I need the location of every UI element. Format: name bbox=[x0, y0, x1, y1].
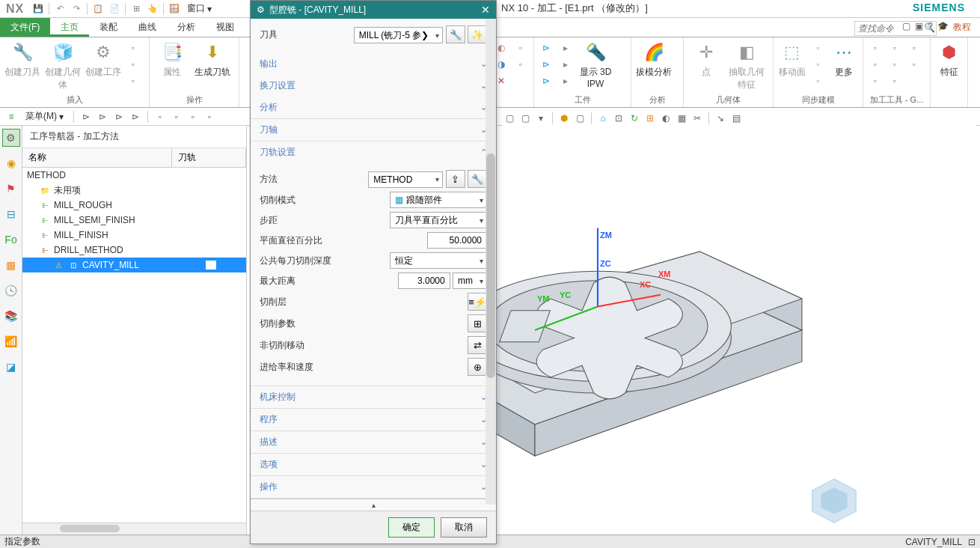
dialog-scrollbar[interactable] bbox=[486, 19, 496, 505]
tool-s4[interactable]: ▫ bbox=[887, 40, 902, 55]
rail-stack-icon[interactable]: ◪ bbox=[2, 358, 20, 376]
tool-s8[interactable]: ▫ bbox=[907, 57, 922, 72]
move-face-button[interactable]: ⬚移动面 bbox=[778, 40, 806, 79]
tool-s2[interactable]: ▫ bbox=[868, 57, 883, 72]
more-button[interactable]: ⋯更多 bbox=[830, 40, 859, 79]
method-select[interactable]: METHOD bbox=[368, 171, 443, 188]
rail-wifi-icon[interactable]: 📶 bbox=[2, 332, 20, 350]
tb-i4[interactable]: ⊳ bbox=[129, 110, 142, 124]
tab-analysis[interactable]: 分析 bbox=[167, 18, 206, 37]
section-program[interactable]: 程序⌄ bbox=[251, 409, 496, 430]
section-path-settings[interactable]: 刀轨设置⌃ bbox=[251, 141, 496, 163]
tab-home[interactable]: 主页 bbox=[50, 18, 89, 37]
feeds-button[interactable]: ⊕ bbox=[468, 358, 487, 376]
stepover-select[interactable]: 刀具平直百分比 bbox=[390, 212, 487, 228]
non-cut-button[interactable]: ⇄ bbox=[468, 336, 487, 354]
vt-home-icon[interactable]: ⌂ bbox=[596, 112, 610, 125]
layout1-icon[interactable]: ▢ bbox=[902, 21, 910, 34]
dialog-titlebar[interactable]: ⚙ 型腔铣 - [CAVITY_MILL] ✕ bbox=[251, 1, 496, 19]
vt-fit-icon[interactable]: ⊡ bbox=[612, 112, 625, 125]
tb-i6[interactable]: ▫ bbox=[170, 110, 183, 124]
help-icon[interactable]: ? bbox=[928, 21, 933, 34]
common-depth-select[interactable]: 恒定 bbox=[390, 252, 487, 269]
section-tool-axis[interactable]: 刀轴⌄ bbox=[251, 119, 496, 141]
cancel-button[interactable]: 取消 bbox=[441, 517, 487, 538]
section-actions[interactable]: 操作⌄ bbox=[251, 476, 496, 498]
rail-books-icon[interactable]: 📚 bbox=[2, 307, 20, 325]
flat-dia-input[interactable] bbox=[427, 232, 487, 249]
vt-3[interactable]: ▾ bbox=[534, 112, 548, 125]
tool-s1[interactable]: ▫ bbox=[868, 40, 883, 55]
small-btn-1[interactable]: ▫ bbox=[126, 40, 141, 55]
nav-tree[interactable]: METHOD 📁未用项 ⊩MILL_ROUGH ⊩MILL_SEMI_FINIS… bbox=[22, 168, 246, 523]
rail-fo-icon[interactable]: Fo bbox=[2, 231, 20, 249]
section-machine-control[interactable]: 机床控制⌄ bbox=[251, 386, 496, 408]
section-description[interactable]: 描述⌄ bbox=[251, 431, 496, 453]
tool-s6[interactable]: ▫ bbox=[887, 73, 902, 88]
tree-mill-semi[interactable]: ⊩MILL_SEMI_FINISH bbox=[22, 213, 246, 228]
tool-edit-icon[interactable]: 🔧 bbox=[446, 25, 465, 43]
vt-5[interactable]: ▢ bbox=[573, 112, 587, 125]
rail-operation-navigator-icon[interactable]: ⚙ bbox=[2, 129, 20, 147]
close-icon[interactable]: ✕ bbox=[481, 4, 490, 16]
feature-button[interactable]: ⬢特征 bbox=[935, 40, 963, 79]
sync-s3[interactable]: ▫ bbox=[811, 73, 826, 88]
sync-s2[interactable]: ▫ bbox=[811, 57, 826, 72]
window-icon[interactable]: 🪟 bbox=[167, 1, 182, 16]
section-output[interactable]: 输出⌄ bbox=[251, 53, 496, 75]
wp-arrow-3[interactable]: ▸ bbox=[558, 73, 573, 88]
vt-arrow-icon[interactable]: ↘ bbox=[714, 112, 727, 125]
ok-button[interactable]: 确定 bbox=[388, 517, 435, 538]
create-geometry-button[interactable]: 🧊创建几何体 bbox=[45, 40, 81, 91]
tool-s3[interactable]: ▫ bbox=[868, 73, 883, 88]
menu-icon[interactable]: ≡ bbox=[4, 110, 18, 124]
rail-history-icon[interactable]: 🕓 bbox=[2, 281, 20, 299]
vt-wire-icon[interactable]: ▦ bbox=[675, 112, 688, 125]
small-btn-3[interactable]: ▫ bbox=[126, 73, 141, 88]
cut-params-button[interactable]: ⊞ bbox=[468, 314, 487, 332]
method-edit-icon[interactable]: 🔧 bbox=[468, 170, 487, 188]
properties-button[interactable]: 📑属性 bbox=[154, 40, 190, 79]
generate-toolpath-button[interactable]: ⬇生成刀轨 bbox=[195, 40, 230, 79]
small-btn-2[interactable]: ▫ bbox=[126, 57, 141, 72]
tb-i3[interactable]: ⊳ bbox=[112, 110, 126, 124]
rail-sheet-icon[interactable]: ▦ bbox=[2, 256, 20, 274]
tb-i8[interactable]: ▫ bbox=[203, 110, 216, 124]
tb-i5[interactable]: ▫ bbox=[153, 110, 167, 124]
create-operation-button[interactable]: ⚙创建工序 bbox=[85, 40, 121, 79]
section-options[interactable]: 选项⌄ bbox=[251, 454, 496, 475]
tb-i2[interactable]: ⊳ bbox=[96, 110, 109, 124]
method-inherit-icon[interactable]: ⇪ bbox=[446, 170, 465, 188]
draft-analysis-button[interactable]: 🌈拔模分析 bbox=[636, 40, 672, 79]
undo-icon[interactable]: ↶ bbox=[52, 1, 67, 16]
tb-i7[interactable]: ▫ bbox=[186, 110, 200, 124]
redo-icon[interactable]: ↷ bbox=[69, 1, 84, 16]
hat-icon[interactable]: 🎓 bbox=[937, 21, 949, 34]
tab-assembly[interactable]: 装配 bbox=[89, 18, 128, 37]
vt-layout-icon[interactable]: ⊞ bbox=[643, 112, 657, 125]
touch-icon[interactable]: 👆 bbox=[145, 1, 160, 16]
vt-shade-icon[interactable]: ◐ bbox=[659, 112, 673, 125]
nav-hscroll[interactable] bbox=[22, 523, 246, 535]
paste-icon[interactable]: 📄 bbox=[107, 1, 122, 16]
vt-cube-icon[interactable]: ⬢ bbox=[557, 112, 571, 125]
extract-geom-button[interactable]: ◧抽取几何特征 bbox=[729, 40, 765, 91]
op-small-5[interactable]: ▫ bbox=[513, 57, 528, 72]
wp-small-2[interactable]: ⊳ bbox=[539, 57, 554, 72]
vt-2[interactable]: ▢ bbox=[518, 112, 532, 125]
tree-mill-rough[interactable]: ⊩MILL_ROUGH bbox=[22, 198, 246, 213]
cut-pattern-select[interactable]: ▦跟随部件 bbox=[390, 192, 487, 208]
vt-clip-icon[interactable]: ✂ bbox=[690, 112, 704, 125]
tool-s5[interactable]: ▫ bbox=[887, 57, 902, 72]
tree-root[interactable]: METHOD bbox=[22, 168, 246, 183]
wp-small-1[interactable]: ⊳ bbox=[539, 40, 554, 55]
col-toolpath[interactable]: 刀轨 bbox=[172, 148, 246, 167]
tool-select[interactable]: MILL (铣刀-5 参❯ bbox=[354, 27, 444, 43]
vt-1[interactable]: ▢ bbox=[503, 112, 516, 125]
tab-view[interactable]: 视图 bbox=[206, 18, 245, 37]
cut-levels-button[interactable]: ≡⚡ bbox=[468, 293, 487, 311]
tree-mill-finish[interactable]: ⊩MILL_FINISH bbox=[22, 228, 246, 243]
show-3d-ipw-button[interactable]: 🔦显示 3D IPW bbox=[578, 40, 613, 89]
rail-hole-icon[interactable]: ◉ bbox=[2, 154, 20, 172]
tool-s7[interactable]: ▫ bbox=[907, 40, 922, 55]
